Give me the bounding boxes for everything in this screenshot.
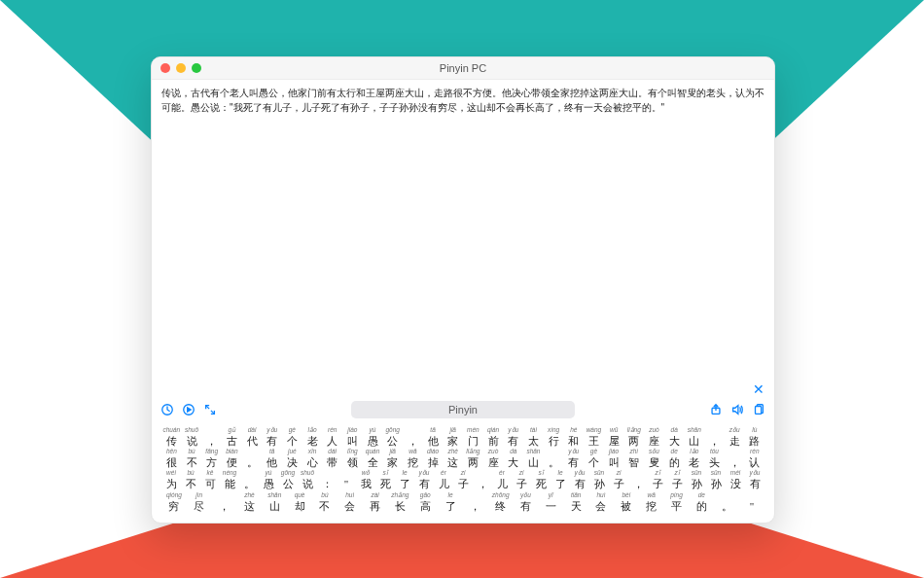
pinyin-cell[interactable]: shān山 bbox=[523, 448, 544, 469]
pinyin-cell[interactable]: ， bbox=[201, 426, 222, 448]
pinyin-cell[interactable]: le了 bbox=[395, 469, 414, 490]
pinyin-cell[interactable]: yǒu有 bbox=[503, 426, 523, 448]
pinyin-cell[interactable]: jiào叫 bbox=[604, 448, 624, 469]
pinyin-cell[interactable]: zhōng终 bbox=[488, 491, 514, 513]
pinyin-cell[interactable]: bù不 bbox=[181, 469, 200, 490]
close-window-button[interactable] bbox=[160, 63, 170, 73]
pinyin-cell[interactable]: jiào叫 bbox=[342, 426, 363, 448]
pinyin-cell[interactable]: ， bbox=[473, 469, 492, 490]
pinyin-cell[interactable]: gè个 bbox=[584, 448, 604, 469]
pinyin-cell[interactable]: ， bbox=[628, 469, 648, 490]
pinyin-cell[interactable]: de的 bbox=[689, 491, 714, 513]
pinyin-cell[interactable]: wā挖 bbox=[403, 448, 423, 469]
pinyin-cell[interactable]: sūn孙 bbox=[706, 469, 726, 490]
pinyin-cell[interactable]: qióng穷 bbox=[161, 491, 187, 513]
pinyin-cell[interactable]: rén人 bbox=[322, 426, 342, 448]
pinyin-cell[interactable]: yī一 bbox=[538, 491, 563, 513]
pinyin-cell[interactable]: " bbox=[337, 469, 356, 490]
pinyin-cell[interactable]: zhè这 bbox=[236, 491, 262, 513]
pinyin-cell[interactable]: sǒu叟 bbox=[644, 448, 664, 469]
pinyin-cell[interactable]: wū屋 bbox=[604, 426, 624, 448]
pinyin-cell[interactable]: zhì智 bbox=[623, 448, 644, 469]
pinyin-cell[interactable]: wáng王 bbox=[584, 426, 604, 448]
pinyin-cell[interactable]: zi子 bbox=[609, 469, 628, 490]
pinyin-cell[interactable]: tài太 bbox=[523, 426, 544, 448]
pinyin-cell[interactable]: yǒu有 bbox=[414, 469, 434, 490]
pinyin-cell[interactable]: dài代 bbox=[242, 426, 263, 448]
pinyin-cell[interactable]: wā挖 bbox=[639, 491, 664, 513]
pinyin-cell[interactable]: méi没 bbox=[726, 469, 745, 490]
pinyin-cell[interactable]: bù不 bbox=[182, 448, 202, 469]
pinyin-cell[interactable]: diào掉 bbox=[423, 448, 444, 469]
mode-selector[interactable]: Pinyin bbox=[351, 401, 575, 418]
pinyin-cell[interactable]: zuò座 bbox=[644, 426, 664, 448]
pinyin-cell[interactable]: qián前 bbox=[483, 426, 504, 448]
pinyin-cell[interactable]: zài再 bbox=[363, 491, 388, 513]
pinyin-cell[interactable]: yǒu有 bbox=[570, 469, 589, 490]
copy-icon[interactable] bbox=[751, 402, 766, 417]
pinyin-cell[interactable]: sǐ死 bbox=[531, 469, 551, 490]
pinyin-cell[interactable]: gǔ古 bbox=[222, 426, 242, 448]
pinyin-cell[interactable]: le了 bbox=[438, 491, 463, 513]
history-icon[interactable] bbox=[160, 402, 175, 417]
pinyin-cell[interactable]: dà大 bbox=[503, 448, 523, 469]
pinyin-cell[interactable]: 。 bbox=[714, 491, 739, 513]
pinyin-cell[interactable]: lǎo老 bbox=[684, 448, 704, 469]
minimize-window-button[interactable] bbox=[176, 63, 186, 73]
pinyin-cell[interactable]: shān山 bbox=[684, 426, 704, 448]
pinyin-cell[interactable]: gōng公 bbox=[278, 469, 298, 490]
pinyin-cell[interactable]: bú不 bbox=[312, 491, 338, 513]
pinyin-cell[interactable]: zhè这 bbox=[443, 448, 463, 469]
pinyin-cell[interactable]: yǒu有 bbox=[262, 426, 282, 448]
pinyin-cell[interactable]: gōng公 bbox=[382, 426, 403, 448]
pinyin-cell[interactable]: zǐ子 bbox=[667, 469, 687, 490]
pinyin-cell[interactable]: gāo高 bbox=[412, 491, 438, 513]
pinyin-cell[interactable]: jìn尽 bbox=[187, 491, 212, 513]
pinyin-cell[interactable]: liǎng两 bbox=[463, 448, 483, 469]
pinyin-cell[interactable]: jiā家 bbox=[382, 448, 403, 469]
source-text[interactable]: 传说，古代有个老人叫愚公，他家门前有太行和王屋两座大山，走路很不方便。他决心带领… bbox=[152, 80, 774, 119]
pinyin-cell[interactable]: sǐ死 bbox=[375, 469, 395, 490]
expand-icon[interactable] bbox=[202, 402, 218, 417]
pinyin-cell[interactable]: néng能 bbox=[220, 469, 239, 490]
pinyin-cell[interactable]: píng平 bbox=[664, 491, 690, 513]
pinyin-cell[interactable]: chuán传 bbox=[161, 426, 182, 448]
pinyin-cell[interactable]: xīn心 bbox=[302, 448, 323, 469]
pinyin-cell[interactable]: bèi被 bbox=[614, 491, 639, 513]
pinyin-cell[interactable]: mén门 bbox=[463, 426, 483, 448]
speaker-icon[interactable] bbox=[729, 402, 745, 417]
close-panel-icon[interactable]: ✕ bbox=[753, 381, 764, 397]
pinyin-cell[interactable]: lǐng领 bbox=[342, 448, 363, 469]
pinyin-cell[interactable]: wǒ我 bbox=[356, 469, 375, 490]
pinyin-cell[interactable]: rèn认 bbox=[744, 448, 764, 469]
pinyin-cell[interactable]: liǎng两 bbox=[623, 426, 644, 448]
pinyin-cell[interactable]: de的 bbox=[664, 448, 685, 469]
pinyin-cell[interactable]: jiā家 bbox=[443, 426, 463, 448]
pinyin-cell[interactable]: tiān天 bbox=[563, 491, 588, 513]
pinyin-cell[interactable]: biàn便 bbox=[222, 448, 242, 469]
pinyin-cell[interactable]: zhǎng长 bbox=[387, 491, 412, 513]
pinyin-cell[interactable]: zi子 bbox=[512, 469, 531, 490]
pinyin-cell[interactable]: shuō说 bbox=[298, 469, 317, 490]
pinyin-cell[interactable]: què却 bbox=[287, 491, 312, 513]
pinyin-cell[interactable]: ， bbox=[403, 426, 423, 448]
pinyin-cell[interactable]: hé和 bbox=[563, 426, 584, 448]
pinyin-cell[interactable]: zǒu走 bbox=[725, 426, 745, 448]
pinyin-cell[interactable]: huì会 bbox=[338, 491, 363, 513]
pinyin-cell[interactable]: ér儿 bbox=[492, 469, 512, 490]
pinyin-cell[interactable]: yǒu有 bbox=[745, 469, 764, 490]
pinyin-cell[interactable]: yǒu有 bbox=[514, 491, 539, 513]
pinyin-cell[interactable]: ér儿 bbox=[434, 469, 453, 490]
pinyin-cell[interactable]: sūn孙 bbox=[687, 469, 706, 490]
pinyin-cell[interactable]: xíng行 bbox=[544, 426, 564, 448]
pinyin-cell[interactable]: ， bbox=[212, 491, 237, 513]
pinyin-cell[interactable]: yú愚 bbox=[259, 469, 278, 490]
pinyin-cell[interactable]: lǎo老 bbox=[302, 426, 323, 448]
pinyin-cell[interactable]: zi子 bbox=[453, 469, 473, 490]
pinyin-cell[interactable]: lù路 bbox=[744, 426, 764, 448]
pinyin-cell[interactable]: huì会 bbox=[588, 491, 614, 513]
pinyin-cell[interactable]: ， bbox=[463, 491, 488, 513]
pinyin-cell[interactable]: ： bbox=[317, 469, 337, 490]
pinyin-cell[interactable]: zuò座 bbox=[483, 448, 504, 469]
pinyin-cell[interactable]: dài带 bbox=[322, 448, 342, 469]
